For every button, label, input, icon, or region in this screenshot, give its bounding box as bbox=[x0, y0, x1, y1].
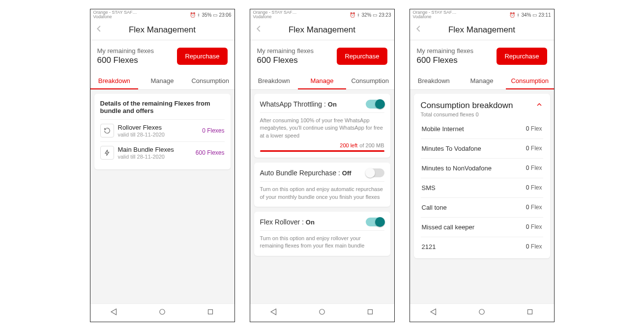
whatsapp-label: WhatsApp Throttling : bbox=[260, 100, 326, 108]
remaining-value: 600 Flexes bbox=[97, 55, 154, 65]
remaining-label: My remaining flexes bbox=[257, 47, 314, 55]
summary-row: My remaining flexes 600 Flexes Repurchas… bbox=[90, 40, 234, 72]
collapse-icon[interactable] bbox=[535, 101, 543, 110]
tab-consumption[interactable]: Consumption bbox=[506, 72, 554, 89]
tab-manage[interactable]: Manage bbox=[458, 72, 506, 89]
tab-consumption[interactable]: Consumption bbox=[346, 72, 394, 89]
repurchase-button[interactable]: Repurchase bbox=[337, 48, 387, 65]
tab-manage[interactable]: Manage bbox=[298, 72, 346, 89]
breakdown-card: Details of the remaining Flexes from bun… bbox=[94, 94, 231, 169]
nav-home-icon[interactable] bbox=[158, 307, 167, 318]
tabs: Breakdown Manage Consumption bbox=[250, 72, 394, 90]
auto-state: Off bbox=[342, 169, 351, 177]
back-button[interactable] bbox=[93, 24, 104, 37]
tab-breakdown[interactable]: Breakdown bbox=[250, 72, 298, 89]
cons-name: Minutes to NonVodafone bbox=[422, 165, 492, 172]
tab-consumption[interactable]: Consumption bbox=[186, 72, 234, 89]
nav-recent-icon[interactable] bbox=[366, 307, 375, 318]
clock-text: 23:11 bbox=[538, 12, 551, 18]
svg-point-4 bbox=[479, 309, 485, 315]
rollover-label: Flex Rollover : bbox=[260, 218, 304, 226]
nav-recent-icon[interactable] bbox=[206, 307, 215, 318]
bluetooth-icon: ᚼ bbox=[357, 12, 360, 18]
tab-manage[interactable]: Manage bbox=[138, 72, 186, 89]
cons-value: 0 Flex bbox=[526, 223, 542, 231]
nav-recent-icon[interactable] bbox=[526, 307, 534, 318]
rollover-toggle[interactable] bbox=[366, 218, 384, 226]
whatsapp-card: WhatsApp Throttling : On After consuming… bbox=[254, 94, 390, 158]
remaining-label: My remaining flexes bbox=[417, 47, 474, 55]
repurchase-button[interactable]: Repurchase bbox=[177, 48, 227, 65]
flex-name: Rollover Flexes bbox=[118, 124, 203, 131]
cons-name: Mobile Internet bbox=[422, 125, 464, 133]
status-bar: Orange - STAY SAF… Vodafone ⏰ ᚼ 35% ▭ 23… bbox=[90, 9, 234, 20]
flex-name: Main Bundle Flexes bbox=[118, 146, 196, 153]
auto-repurchase-card: Auto Bundle Repurchase : Off Turn on thi… bbox=[254, 163, 390, 207]
alarm-icon: ⏰ bbox=[509, 12, 515, 18]
cons-name: Minutes To Vodafone bbox=[422, 145, 481, 152]
consumption-rows: Mobile Internet0 FlexMinutes To Vodafone… bbox=[421, 119, 543, 256]
nav-back-icon[interactable] bbox=[269, 307, 278, 318]
bluetooth-icon: ᚼ bbox=[517, 12, 520, 18]
carrier-text: Orange - STAY SAF… Vodafone bbox=[413, 10, 457, 19]
cons-name: 2121 bbox=[422, 243, 436, 250]
tab-breakdown[interactable]: Breakdown bbox=[410, 72, 458, 89]
page-title: Flex Management bbox=[289, 25, 355, 35]
cons-value: 0 Flex bbox=[526, 125, 542, 133]
consumption-row: Minutes To Vodafone0 Flex bbox=[421, 138, 543, 158]
remaining-value: 600 Flexes bbox=[417, 55, 474, 65]
auto-toggle[interactable] bbox=[366, 168, 384, 177]
content-area: Consumption breakdown Total consumed fle… bbox=[410, 90, 554, 303]
cons-value: 0 Flex bbox=[526, 204, 542, 211]
flex-valid: valid till 28-11-2020 bbox=[118, 154, 196, 160]
carrier-text: Orange - STAY SAF… Vodafone bbox=[93, 10, 137, 19]
nav-back-icon[interactable] bbox=[110, 307, 118, 318]
remaining-label: My remaining flexes bbox=[97, 47, 154, 55]
screen-breakdown: Orange - STAY SAF… Vodafone ⏰ ᚼ 35% ▭ 23… bbox=[90, 9, 235, 322]
rollover-icon bbox=[100, 124, 114, 138]
consumption-row: SMS0 Flex bbox=[421, 178, 543, 197]
screen-consumption: Orange - STAY SAF… Vodafone ⏰ ᚼ 34% ▭ 23… bbox=[410, 9, 555, 322]
alarm-icon: ⏰ bbox=[190, 12, 196, 18]
consumption-subtitle: Total consumed flexes 0 bbox=[421, 111, 513, 117]
cons-name: Call tone bbox=[422, 204, 447, 211]
flex-item[interactable]: Rollover Flexes valid till 28-11-2020 0 … bbox=[100, 119, 225, 141]
svg-rect-3 bbox=[368, 310, 372, 314]
consumption-title: Consumption breakdown bbox=[421, 101, 513, 110]
whatsapp-toggle[interactable] bbox=[366, 100, 384, 109]
back-button[interactable] bbox=[413, 24, 424, 37]
svg-point-2 bbox=[320, 309, 325, 315]
cons-value: 0 Flex bbox=[526, 243, 542, 250]
summary-row: My remaining flexes 600 Flexes Repurchas… bbox=[250, 40, 394, 72]
status-bar: Orange - STAY SAF… Vodafone ⏰ ᚼ 32% ▭ 23… bbox=[250, 9, 394, 20]
tabs: Breakdown Manage Consumption bbox=[410, 72, 554, 90]
auto-desc: Turn on this option and enjoy automatic … bbox=[260, 181, 384, 201]
whatsapp-total: of 200 MB bbox=[359, 142, 384, 148]
nav-home-icon[interactable] bbox=[318, 307, 326, 318]
battery-icon: ▭ bbox=[532, 12, 537, 18]
rollover-card: Flex Rollover : On Turn on this option a… bbox=[254, 212, 390, 256]
flex-item[interactable]: Main Bundle Flexes valid till 28-11-2020… bbox=[100, 141, 225, 164]
tabs: Breakdown Manage Consumption bbox=[90, 72, 234, 90]
summary-row: My remaining flexes 600 Flexes Repurchas… bbox=[410, 40, 554, 72]
screen-manage: Orange - STAY SAF… Vodafone ⏰ ᚼ 32% ▭ 23… bbox=[250, 9, 395, 322]
whatsapp-left: 200 left bbox=[340, 142, 357, 148]
nav-back-icon[interactable] bbox=[429, 307, 438, 318]
breakdown-heading: Details of the remaining Flexes from bun… bbox=[100, 100, 225, 114]
android-navbar bbox=[250, 303, 394, 322]
flex-amount: 600 Flexes bbox=[196, 149, 225, 156]
consumption-row: 21210 Flex bbox=[421, 237, 543, 256]
rollover-state: On bbox=[306, 219, 315, 226]
back-button[interactable] bbox=[253, 24, 264, 37]
content-area: Details of the remaining Flexes from bun… bbox=[90, 90, 234, 303]
page-title: Flex Management bbox=[448, 25, 515, 35]
battery-icon: ▭ bbox=[213, 12, 217, 18]
whatsapp-progress bbox=[260, 150, 384, 152]
nav-home-icon[interactable] bbox=[477, 307, 486, 318]
battery-icon: ▭ bbox=[373, 12, 377, 18]
repurchase-button[interactable]: Repurchase bbox=[497, 48, 547, 65]
tab-breakdown[interactable]: Breakdown bbox=[90, 72, 139, 89]
flex-amount: 0 Flexes bbox=[202, 127, 224, 134]
svg-point-0 bbox=[160, 309, 165, 315]
remaining-value: 600 Flexes bbox=[257, 55, 314, 65]
